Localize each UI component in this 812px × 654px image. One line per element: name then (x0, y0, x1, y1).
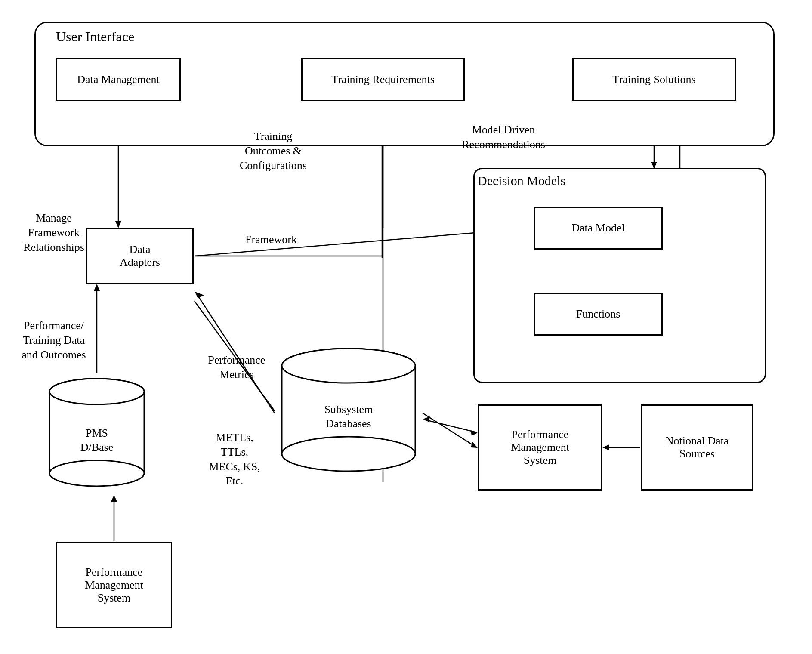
training-requirements-box: Training Requirements (301, 58, 465, 101)
subsystem-db-svg: Subsystem Databases (275, 344, 422, 482)
pms-right-label: PerformanceManagementSystem (511, 428, 569, 467)
performance-metrics-label: PerformanceMetrics (194, 353, 280, 382)
ui-label: User Interface (56, 28, 134, 46)
svg-marker-21 (471, 430, 478, 436)
pms-left-label: PerformanceManagementSystem (85, 566, 143, 605)
data-adapters-box: DataAdapters (86, 228, 194, 284)
svg-marker-24 (602, 444, 609, 450)
svg-marker-13 (94, 284, 100, 291)
data-management-label: Data Management (77, 73, 159, 86)
framework-label: Framework (241, 232, 301, 247)
svg-marker-22 (423, 416, 430, 422)
training-outcomes-label: TrainingOutcomes &Configurations (228, 129, 318, 173)
functions-box: Functions (534, 293, 663, 336)
data-management-box: Data Management (56, 58, 181, 101)
decision-models-label: Decision Models (478, 172, 565, 189)
manage-framework-label: Manage Framework Relationships (13, 211, 95, 254)
model-driven-label: Model DrivenRecommendations (448, 123, 559, 152)
notional-data-sources-box: Notional DataSources (641, 404, 753, 490)
training-solutions-box: Training Solutions (572, 58, 736, 101)
metls-label: METLs,TTLs,MECs, KS,Etc. (191, 430, 278, 488)
data-model-label: Data Model (571, 222, 624, 234)
svg-text:D/Base: D/Base (80, 441, 114, 453)
svg-point-31 (49, 460, 144, 486)
functions-label: Functions (576, 308, 621, 321)
data-model-box: Data Model (534, 207, 663, 250)
svg-point-37 (282, 437, 415, 471)
notional-label: Notional DataSources (666, 435, 729, 460)
svg-marker-1 (115, 221, 121, 228)
svg-marker-19 (471, 442, 478, 448)
svg-text:Databases: Databases (326, 417, 371, 430)
pms-db-svg: PMS D/Base (45, 374, 148, 495)
svg-point-32 (49, 379, 144, 404)
svg-line-18 (423, 413, 477, 447)
decision-models-box (473, 168, 766, 383)
diagram-container: User Interface Data Management Training … (0, 0, 812, 654)
pms-left-box: PerformanceManagementSystem (56, 542, 172, 628)
svg-marker-15 (111, 495, 117, 502)
subsystem-db-cylinder: Subsystem Databases (275, 344, 422, 482)
svg-text:PMS: PMS (86, 427, 108, 439)
pms-right-box: PerformanceManagementSystem (478, 404, 602, 490)
performance-training-label: Performance/Training Dataand Outcomes (9, 318, 99, 362)
pms-db-cylinder: PMS D/Base (45, 374, 148, 495)
svg-line-20 (424, 420, 477, 432)
training-requirements-label: Training Requirements (331, 73, 435, 86)
svg-marker-17 (195, 292, 204, 299)
data-adapters-label: DataAdapters (120, 243, 160, 269)
svg-text:Subsystem: Subsystem (324, 403, 373, 416)
svg-point-38 (282, 349, 415, 383)
training-solutions-label: Training Solutions (612, 73, 695, 86)
